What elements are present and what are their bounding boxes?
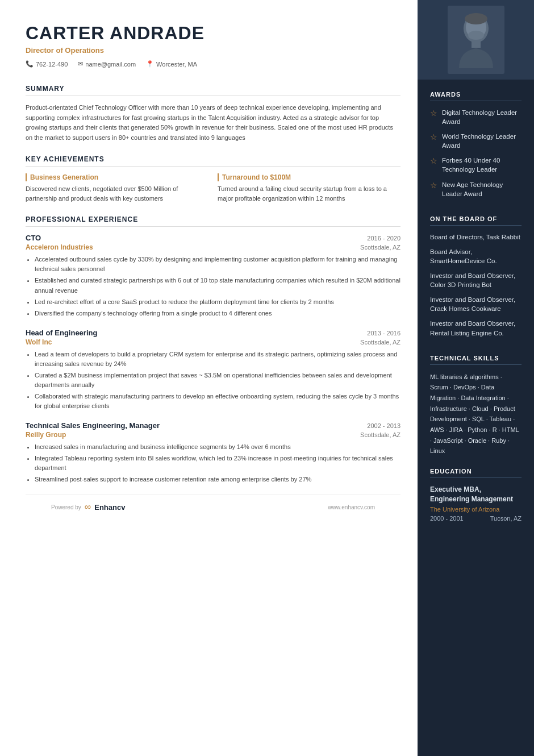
award-star-2: ☆ xyxy=(430,156,437,165)
left-column: CARTER ANDRADE Director of Operations 📞 … xyxy=(0,0,418,756)
achievements-section: KEY ACHIEVEMENTS Business Generation Dis… xyxy=(26,155,400,203)
footer-website: www.enhancv.com xyxy=(328,504,375,510)
svg-point-3 xyxy=(465,13,487,24)
board-item-0: Board of Directors, Task Rabbit xyxy=(430,232,522,242)
skills-title: TECHNICAL SKILLS xyxy=(430,355,522,365)
right-column: AWARDS ☆ Digital Technology Leader Award… xyxy=(418,0,534,756)
award-star-1: ☆ xyxy=(430,132,437,142)
location-icon: 📍 xyxy=(146,60,154,68)
job-dates-0: 2016 - 2020 xyxy=(367,235,400,242)
bullet-2-0: Increased sales in manufacturing and bus… xyxy=(35,442,400,452)
achievement-item-0: Business Generation Discovered new clien… xyxy=(26,173,208,203)
job-company-row-2: Reilly Group Scottsdale, AZ xyxy=(26,431,400,439)
bullet-1-1: Curated a $2M business implementation pr… xyxy=(35,371,400,390)
svg-rect-1 xyxy=(472,41,481,48)
achievement-title-0: Business Generation xyxy=(26,173,208,181)
powered-by-label: Powered by xyxy=(51,504,81,510)
email-icon: ✉ xyxy=(78,60,83,68)
bullet-0-0: Accelerated outbound sales cycle by 330%… xyxy=(35,255,400,274)
job-entry-0: CTO 2016 - 2020 Acceleron Industries Sco… xyxy=(26,234,400,318)
svg-point-4 xyxy=(468,31,484,40)
bullet-1-2: Collaborated with strategic manufacturin… xyxy=(35,392,400,411)
profile-photo-svg xyxy=(453,11,499,68)
edu-degree: Executive MBA, Engineering Management xyxy=(430,485,522,504)
summary-text: Product-orientated Chief Technology Offi… xyxy=(26,103,400,143)
resume-wrapper: CARTER ANDRADE Director of Operations 📞 … xyxy=(0,0,534,756)
job-header-0: CTO 2016 - 2020 xyxy=(26,234,400,242)
education-title: EDUCATION xyxy=(430,468,522,478)
job-company-row-1: Wolf Inc Scottsdale, AZ xyxy=(26,338,400,346)
edu-dates-row: 2000 - 2001 Tucson, AZ xyxy=(430,515,522,522)
job-bullets-0: Accelerated outbound sales cycle by 330%… xyxy=(26,255,400,318)
experience-section: PROFESSIONAL EXPERIENCE CTO 2016 - 2020 … xyxy=(26,215,400,484)
candidate-name: CARTER ANDRADE xyxy=(26,23,400,44)
edu-school: The University of Arizona xyxy=(430,506,522,513)
bullet-0-3: Diversified the company's technology off… xyxy=(35,309,400,318)
awards-title: AWARDS xyxy=(430,91,522,101)
contact-info: 📞 762-12-490 ✉ name@gmail.com 📍 Worceste… xyxy=(26,60,400,68)
profile-photo xyxy=(448,6,504,74)
brand-name: Enhancv xyxy=(94,503,125,512)
job-entry-1: Head of Engineering 2013 - 2016 Wolf Inc… xyxy=(26,329,400,411)
award-star-0: ☆ xyxy=(430,109,437,118)
awards-section: AWARDS ☆ Digital Technology Leader Award… xyxy=(418,80,534,204)
education-section: EDUCATION Executive MBA, Engineering Man… xyxy=(418,456,534,522)
job-bullets-2: Increased sales in manufacturing and bus… xyxy=(26,442,400,484)
award-star-3: ☆ xyxy=(430,181,437,190)
achievements-title: KEY ACHIEVEMENTS xyxy=(26,155,400,167)
achievement-title-1: Turnaround to $100M xyxy=(218,173,400,181)
footer: Powered by ∞ Enhancv www.enhancv.com xyxy=(26,495,400,519)
job-company-2: Reilly Group xyxy=(26,431,66,439)
edu-dates: 2000 - 2001 xyxy=(430,515,464,522)
job-location-0: Scottsdale, AZ xyxy=(360,244,400,251)
email-field: ✉ name@gmail.com xyxy=(78,60,136,68)
board-item-2: Investor and Board Observer, Color 3D Pr… xyxy=(430,271,522,289)
achievements-grid: Business Generation Discovered new clien… xyxy=(26,173,400,203)
award-text-0: Digital Technology Leader Award xyxy=(442,108,522,126)
header: CARTER ANDRADE Director of Operations 📞 … xyxy=(26,23,400,68)
job-entry-2: Technical Sales Engineering, Manager 200… xyxy=(26,421,400,484)
bullet-2-2: Streamlined post-sales support to increa… xyxy=(35,475,400,484)
job-role-1: Head of Engineering xyxy=(26,329,97,337)
achievement-text-0: Discovered new clients, negotiated over … xyxy=(26,184,208,203)
phone-field: 📞 762-12-490 xyxy=(26,60,68,68)
job-header-2: Technical Sales Engineering, Manager 200… xyxy=(26,421,400,430)
board-title: ON THE BOARD OF xyxy=(430,215,522,226)
achievement-text-1: Turned around a failing cloud security s… xyxy=(218,184,400,203)
award-item-0: ☆ Digital Technology Leader Award xyxy=(430,108,522,126)
job-bullets-1: Lead a team of developers to build a pro… xyxy=(26,350,400,411)
bullet-0-1: Established and curated strategic partne… xyxy=(35,276,400,295)
job-role-0: CTO xyxy=(26,234,41,242)
job-company-0: Acceleron Industries xyxy=(26,243,93,251)
footer-logo: Powered by ∞ Enhancv xyxy=(51,502,125,512)
edu-location: Tucson, AZ xyxy=(490,515,522,522)
job-company-row-0: Acceleron Industries Scottsdale, AZ xyxy=(26,243,400,251)
award-text-1: World Technology Leader Award xyxy=(442,132,522,150)
board-item-3: Investor and Board Observer, Crack Homes… xyxy=(430,295,522,313)
board-section: ON THE BOARD OF Board of Directors, Task… xyxy=(418,204,534,343)
location-field: 📍 Worcester, MA xyxy=(146,60,197,68)
job-role-2: Technical Sales Engineering, Manager xyxy=(26,421,160,430)
award-item-3: ☆ New Age Technology Leader Award xyxy=(430,180,522,198)
job-company-1: Wolf Inc xyxy=(26,338,52,346)
board-item-1: Board Advisor, SmartHomeDevice Co. xyxy=(430,247,522,265)
job-header-1: Head of Engineering 2013 - 2016 xyxy=(26,329,400,337)
job-location-1: Scottsdale, AZ xyxy=(360,339,400,346)
award-item-1: ☆ World Technology Leader Award xyxy=(430,132,522,150)
award-text-3: New Age Technology Leader Award xyxy=(442,180,522,198)
job-dates-1: 2013 - 2016 xyxy=(367,330,400,337)
job-location-2: Scottsdale, AZ xyxy=(360,431,400,438)
summary-title: SUMMARY xyxy=(26,85,400,96)
summary-section: SUMMARY Product-orientated Chief Technol… xyxy=(26,85,400,143)
achievement-item-1: Turnaround to $100M Turned around a fail… xyxy=(218,173,400,203)
bullet-1-0: Lead a team of developers to build a pro… xyxy=(35,350,400,369)
bullet-0-2: Led re-architect effort of a core SaaS p… xyxy=(35,297,400,307)
experience-title: PROFESSIONAL EXPERIENCE xyxy=(26,215,400,227)
skills-section: TECHNICAL SKILLS ML libraries & algorith… xyxy=(418,343,534,457)
bullet-2-1: Integrated Tableau reporting system into… xyxy=(35,454,400,473)
skills-text: ML libraries & algorithms · Scrum · DevO… xyxy=(430,372,522,457)
phone-icon: 📞 xyxy=(26,60,34,68)
photo-container xyxy=(418,0,534,80)
award-text-2: Forbes 40 Under 40 Technology Leader xyxy=(442,156,522,174)
job-dates-2: 2002 - 2013 xyxy=(367,422,400,429)
